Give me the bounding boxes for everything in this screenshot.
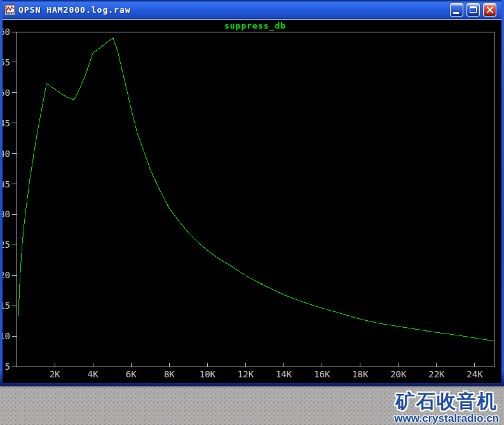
desktop-background: QPSN HAM2000.log.raw suppress_db60555045…	[0, 0, 504, 425]
y-tick-label: 25	[3, 239, 10, 250]
window-title: QPSN HAM2000.log.raw	[18, 5, 447, 15]
y-tick-label: 55	[3, 57, 10, 67]
x-tick-label: 14K	[276, 369, 292, 379]
minimize-button[interactable]	[450, 3, 463, 17]
maximize-button[interactable]	[467, 3, 480, 17]
x-tick-label: 20K	[390, 369, 407, 379]
y-tick-label: 60	[3, 27, 10, 37]
close-button[interactable]	[483, 3, 496, 17]
plot-frame	[17, 32, 494, 367]
close-icon	[487, 6, 494, 13]
window-controls	[447, 3, 496, 17]
y-tick-label: 35	[3, 179, 10, 189]
x-tick-label: 2K	[50, 369, 60, 379]
y-tick-label: 50	[3, 88, 10, 98]
x-tick-label: 18K	[352, 369, 369, 379]
x-tick-label: 4K	[88, 369, 99, 379]
x-tick-label: 8K	[164, 369, 175, 379]
x-tick-label: 24K	[467, 369, 483, 379]
x-tick-label: 12K	[238, 369, 254, 379]
x-tick-label: 6K	[126, 369, 137, 379]
x-tick-label: 10K	[200, 369, 216, 379]
x-tick-label: 22K	[428, 369, 445, 379]
window-titlebar[interactable]: QPSN HAM2000.log.raw	[3, 0, 501, 19]
y-tick-label: 40	[3, 149, 10, 159]
app-window: QPSN HAM2000.log.raw suppress_db60555045…	[0, 0, 504, 386]
x-tick-label: 16K	[314, 369, 330, 379]
plot-client-area: suppress_db605550454035302520151052K4K6K…	[3, 19, 501, 383]
watermark-site-url: www.crystalradio.cn	[394, 413, 499, 424]
y-tick-label: 15	[3, 300, 10, 311]
watermark: 矿石收音机 www.crystalradio.cn	[394, 392, 499, 424]
minimize-icon	[453, 12, 459, 14]
series-line-suppress_db	[18, 38, 494, 341]
y-tick-label: 20	[3, 270, 10, 280]
chart-title: suppress_db	[224, 21, 286, 31]
y-tick-label: 45	[3, 118, 10, 128]
y-tick-label: 30	[3, 209, 10, 219]
y-tick-label: 5	[5, 361, 10, 372]
chart-canvas: suppress_db605550454035302520151052K4K6K…	[3, 20, 501, 384]
chart-window-icon[interactable]	[4, 4, 15, 15]
maximize-icon	[470, 6, 477, 13]
y-tick-label: 10	[3, 331, 10, 341]
watermark-site-name: 矿石收音机	[394, 392, 499, 411]
